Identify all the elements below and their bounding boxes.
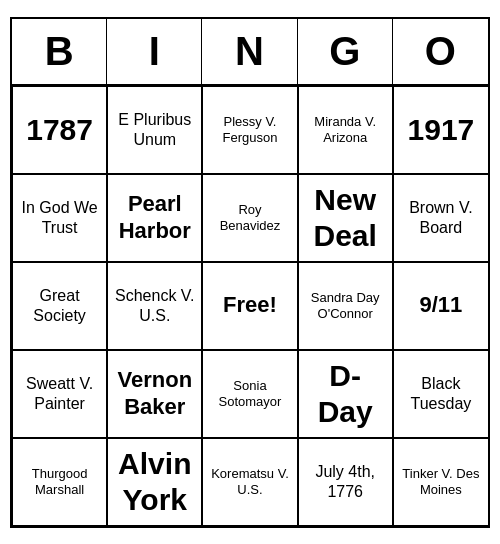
bingo-cell: 1787 — [12, 86, 107, 174]
cell-text: Black Tuesday — [398, 374, 484, 412]
cell-text: July 4th, 1776 — [303, 462, 388, 500]
header-letter: I — [107, 19, 202, 84]
bingo-cell: Black Tuesday — [393, 350, 488, 438]
bingo-cell: In God We Trust — [12, 174, 107, 262]
cell-text: Sandra Day O'Connor — [303, 290, 388, 321]
cell-text: 9/11 — [419, 292, 462, 318]
bingo-cell: Sonia Sotomayor — [202, 350, 297, 438]
cell-text: D-Day — [303, 358, 388, 430]
cell-text: 1787 — [26, 112, 93, 148]
header-letter: N — [202, 19, 297, 84]
bingo-cell: Roy Benavidez — [202, 174, 297, 262]
bingo-grid: 1787E Pluribus UnumPlessy V. FergusonMir… — [12, 86, 488, 526]
cell-text: Brown V. Board — [398, 198, 484, 236]
bingo-header: BINGO — [12, 19, 488, 86]
cell-text: Sonia Sotomayor — [207, 378, 292, 409]
bingo-cell: Plessy V. Ferguson — [202, 86, 297, 174]
cell-text: New Deal — [303, 182, 388, 254]
bingo-cell: 9/11 — [393, 262, 488, 350]
cell-text: Schenck V. U.S. — [112, 286, 197, 324]
bingo-cell: Sandra Day O'Connor — [298, 262, 393, 350]
cell-text: 1917 — [408, 112, 475, 148]
cell-text: Tinker V. Des Moines — [398, 466, 484, 497]
cell-text: Miranda V. Arizona — [303, 114, 388, 145]
bingo-cell: Alvin York — [107, 438, 202, 526]
bingo-cell: Korematsu V. U.S. — [202, 438, 297, 526]
bingo-cell: Vernon Baker — [107, 350, 202, 438]
bingo-cell: Miranda V. Arizona — [298, 86, 393, 174]
bingo-cell: Schenck V. U.S. — [107, 262, 202, 350]
bingo-cell: Thurgood Marshall — [12, 438, 107, 526]
cell-text: Alvin York — [112, 446, 197, 518]
cell-text: Plessy V. Ferguson — [207, 114, 292, 145]
bingo-cell: E Pluribus Unum — [107, 86, 202, 174]
cell-text: In God We Trust — [17, 198, 102, 236]
bingo-card: BINGO 1787E Pluribus UnumPlessy V. Fergu… — [10, 17, 490, 528]
header-letter: O — [393, 19, 488, 84]
cell-text: Pearl Harbor — [112, 191, 197, 244]
cell-text: Sweatt V. Painter — [17, 374, 102, 412]
cell-text: Korematsu V. U.S. — [207, 466, 292, 497]
bingo-cell: 1917 — [393, 86, 488, 174]
header-letter: G — [298, 19, 393, 84]
header-letter: B — [12, 19, 107, 84]
bingo-cell: Pearl Harbor — [107, 174, 202, 262]
bingo-cell: Sweatt V. Painter — [12, 350, 107, 438]
cell-text: Great Society — [17, 286, 102, 324]
bingo-cell: July 4th, 1776 — [298, 438, 393, 526]
cell-text: Vernon Baker — [112, 367, 197, 420]
cell-text: Free! — [223, 292, 277, 318]
cell-text: Thurgood Marshall — [17, 466, 102, 497]
bingo-cell: D-Day — [298, 350, 393, 438]
bingo-cell: New Deal — [298, 174, 393, 262]
bingo-cell: Great Society — [12, 262, 107, 350]
bingo-cell: Free! — [202, 262, 297, 350]
cell-text: E Pluribus Unum — [112, 110, 197, 148]
cell-text: Roy Benavidez — [207, 202, 292, 233]
bingo-cell: Brown V. Board — [393, 174, 488, 262]
bingo-cell: Tinker V. Des Moines — [393, 438, 488, 526]
